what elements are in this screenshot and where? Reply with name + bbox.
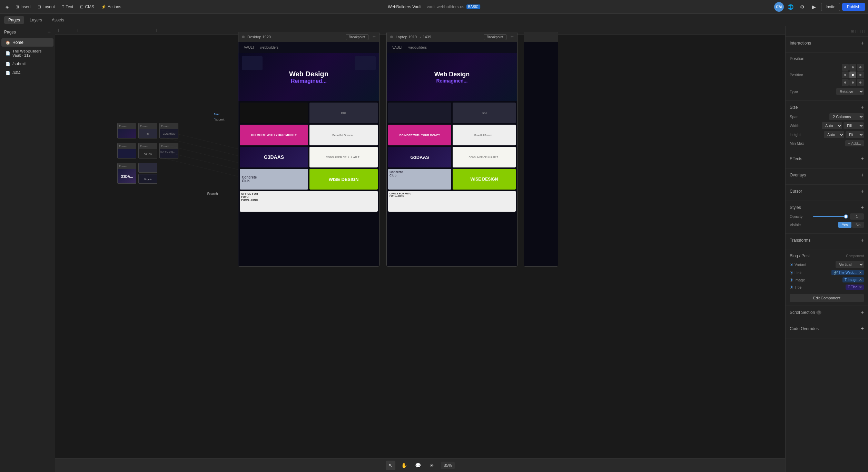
- pos-botright[interactable]: [857, 79, 864, 86]
- title-chip[interactable]: T Title ✕: [846, 285, 864, 290]
- image-chip-close[interactable]: ✕: [859, 278, 862, 282]
- tab-assets[interactable]: Assets: [48, 16, 68, 24]
- image-chip-value: Image: [848, 278, 857, 282]
- sun-tool-button[interactable]: ☀: [427, 461, 437, 470]
- pos-botleft[interactable]: [842, 79, 849, 86]
- width-fill-select[interactable]: Fill Hug Fixed: [844, 122, 864, 129]
- title-label: Title: [795, 285, 801, 289]
- pos-topleft[interactable]: [842, 64, 849, 71]
- bp-icon-3[interactable]: |: [858, 29, 859, 33]
- pos-midright[interactable]: [857, 71, 864, 78]
- breakpoint-button-desktop[interactable]: Breakpoint: [346, 34, 368, 40]
- add-breakpoint-desktop[interactable]: +: [373, 34, 376, 40]
- card-3: DO MORE WITH YOUR MONEY: [240, 125, 308, 145]
- frame-thumb-3[interactable]: Frame COSMOS: [159, 123, 178, 138]
- visible-yes-button[interactable]: Yes: [838, 222, 851, 228]
- pos-midleft[interactable]: [842, 71, 849, 78]
- bp-icon-4[interactable]: |: [860, 29, 861, 33]
- scroll-section-header: Scroll Section ? +: [790, 309, 864, 316]
- opacity-input[interactable]: 1: [850, 213, 864, 220]
- pos-botcenter[interactable]: [849, 79, 856, 86]
- frame-thumb-7[interactable]: Frame G3DA...: [117, 163, 136, 184]
- actions-button[interactable]: ⚡ Actions: [98, 3, 124, 11]
- add-page-button[interactable]: +: [48, 29, 51, 35]
- bp-icon-5[interactable]: |: [862, 29, 863, 33]
- frame-thumb-5[interactable]: Frame AuRKA: [138, 143, 157, 158]
- add-interaction-button[interactable]: +: [861, 40, 864, 46]
- cursor-tool-button[interactable]: ↖: [386, 461, 395, 470]
- title-chip-close[interactable]: ✕: [859, 285, 862, 289]
- breakpoint-button-laptop[interactable]: Breakpoint: [484, 34, 506, 40]
- add-code-override-button[interactable]: +: [861, 326, 864, 332]
- invite-button[interactable]: Invite: [821, 3, 840, 11]
- position-section: Position Position Type: [786, 53, 868, 101]
- opacity-slider[interactable]: [813, 216, 848, 217]
- submit-label: submit: [215, 118, 225, 121]
- frame-thumb-4[interactable]: Frame: [117, 143, 136, 158]
- type-select[interactable]: Relative Absolute Fixed Sticky: [836, 88, 864, 95]
- add-styles-button[interactable]: +: [861, 204, 864, 211]
- width-label: Width: [790, 124, 810, 128]
- site-url: vault.webbuilders.us: [427, 4, 464, 9]
- settings-button[interactable]: ⚙: [798, 2, 807, 12]
- add-effects-button[interactable]: +: [861, 156, 864, 162]
- hand-tool-button[interactable]: ✋: [400, 461, 409, 470]
- zoom-level[interactable]: 35%: [441, 462, 455, 469]
- text-button[interactable]: T Text: [59, 3, 76, 11]
- site-hero: Web Design Reimagined...: [238, 53, 379, 101]
- link-chip-close[interactable]: ✕: [859, 271, 862, 274]
- variant-select[interactable]: Vertical Horizontal: [836, 261, 864, 268]
- page-item-submit[interactable]: 📄 /submit: [1, 60, 53, 68]
- edit-component-button[interactable]: Edit Component: [790, 294, 864, 302]
- cms-button[interactable]: ⊡ CMS: [77, 3, 97, 11]
- styles-title: Styles: [790, 205, 801, 210]
- page-item-404[interactable]: 📄 /404: [1, 69, 53, 77]
- add-overlays-button[interactable]: +: [861, 172, 864, 178]
- comment-tool-button[interactable]: 💬: [413, 461, 423, 470]
- tab-pages[interactable]: Pages: [4, 16, 24, 24]
- scroll-section-info[interactable]: ?: [816, 310, 821, 315]
- bp-icon-1[interactable]: ⊞: [851, 29, 854, 33]
- toolbar-left: ◈ ⊞ Insert ⊟ Layout T Text ⊡ CMS ⚡ Actio…: [3, 3, 124, 11]
- height-fit-select[interactable]: Fit Hug: [846, 131, 864, 138]
- link-chip[interactable]: 🔗 The Webb... ✕: [831, 270, 864, 275]
- height-select[interactable]: Auto Fixed Fill: [824, 131, 844, 138]
- frame-thumb-1[interactable]: Frame: [117, 123, 136, 138]
- canvas-area[interactable]: | | | | Frame Frame ◉: [55, 26, 785, 472]
- frame-thumb-8[interactable]: [138, 163, 157, 173]
- layout-button[interactable]: ⊟ Layout: [35, 3, 58, 11]
- add-scroll-section-button[interactable]: +: [861, 309, 864, 316]
- page-item-vault[interactable]: 📄 The WebBuilders Vault - 112: [1, 47, 53, 59]
- framer-menu-button[interactable]: ◈: [3, 3, 11, 11]
- publish-button[interactable]: Publish: [842, 3, 865, 11]
- bp-icon-6[interactable]: |: [864, 29, 865, 33]
- site-hero-laptop: Web Design Reimagined...: [387, 53, 517, 101]
- play-button[interactable]: ▶: [809, 2, 819, 12]
- third-preview-frame: [524, 32, 558, 267]
- frame-thumb-6[interactable]: Frame ICF FC U N...: [159, 143, 178, 158]
- canvas-content[interactable]: Frame Frame ◉ Frame COSMOS: [55, 26, 785, 458]
- add-breakpoint-laptop[interactable]: +: [511, 34, 514, 40]
- blog-post-title: Blog / Post: [790, 253, 810, 258]
- page-item-home[interactable]: 🏠 Home: [1, 38, 53, 47]
- insert-button[interactable]: ⊞ Insert: [13, 3, 33, 11]
- add-minmax-button[interactable]: + Add...: [845, 140, 864, 146]
- span-select[interactable]: 2 Columns 1 Column 3 Columns: [829, 113, 864, 120]
- visible-no-button[interactable]: No: [852, 222, 864, 228]
- pos-center[interactable]: [849, 71, 856, 78]
- add-cursor-button[interactable]: +: [861, 188, 864, 194]
- bp-icon-2[interactable]: |: [855, 29, 856, 33]
- image-chip[interactable]: T Image ✕: [842, 277, 864, 282]
- code-overrides-header: Code Overrides +: [790, 326, 864, 332]
- width-select[interactable]: Auto Fixed Fill: [822, 122, 842, 129]
- pos-topcenter[interactable]: [849, 64, 856, 71]
- frame-thumb-stryds[interactable]: Stryds: [138, 174, 157, 184]
- pos-topright[interactable]: [857, 64, 864, 71]
- add-transforms-button[interactable]: +: [861, 237, 864, 243]
- user-avatar[interactable]: EM: [774, 2, 784, 12]
- globe-button[interactable]: 🌐: [786, 2, 796, 12]
- add-size-button[interactable]: +: [861, 104, 864, 110]
- tab-layers[interactable]: Layers: [26, 16, 46, 24]
- frame-thumb-2[interactable]: Frame ◉: [138, 123, 157, 138]
- plan-badge: BASIC: [466, 4, 480, 9]
